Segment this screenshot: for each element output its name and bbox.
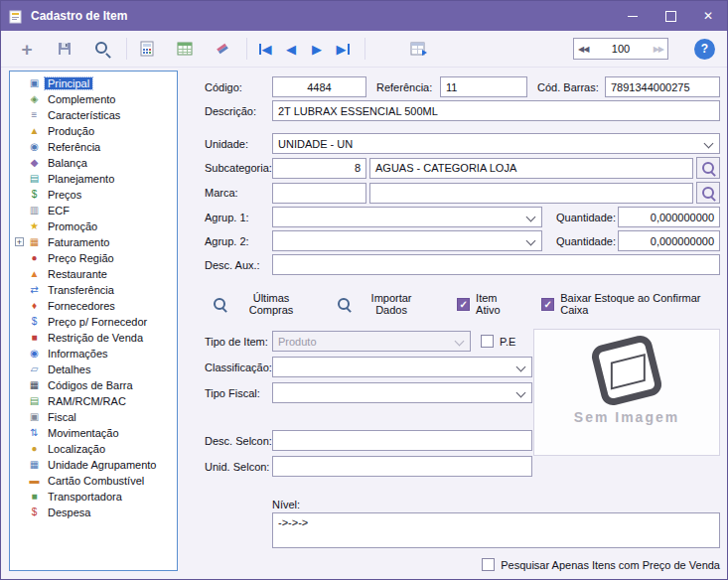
sidebar-item-label: Produção bbox=[45, 125, 97, 137]
sidebar-item-planejamento[interactable]: ▤Planejamento bbox=[13, 171, 177, 187]
ultimas-compras-button[interactable]: Últimas Compras bbox=[211, 290, 313, 318]
marca-lookup-button[interactable] bbox=[696, 182, 720, 204]
classificacao-select[interactable] bbox=[272, 357, 532, 377]
calculator-button[interactable] bbox=[133, 36, 161, 62]
checkbox-checked-icon: ✓ bbox=[541, 298, 554, 311]
pe-checkbox[interactable]: P.E bbox=[481, 335, 515, 348]
toolbar-separator bbox=[364, 38, 365, 60]
sidebar-item-precos[interactable]: $Preços bbox=[13, 187, 177, 203]
record-count-control[interactable]: ◀◀ 100 ▶▶ bbox=[573, 38, 668, 60]
export-button[interactable] bbox=[405, 36, 433, 62]
quantidade1-field[interactable]: 0,000000000 bbox=[618, 207, 720, 227]
chevron-down-icon bbox=[526, 236, 536, 246]
cod-barras-label: Cód. Barras: bbox=[537, 81, 605, 93]
sidebar-item-fiscal[interactable]: ▣Fiscal bbox=[13, 409, 177, 425]
ecf-icon: ▥ bbox=[28, 206, 41, 216]
descricao-field[interactable]: 2T LUBRAX ESSENCIAL 500ML bbox=[272, 100, 720, 121]
importar-dados-button[interactable]: Importar Dados bbox=[335, 290, 429, 318]
sidebar-item-movimentacao[interactable]: ⇅Movimentação bbox=[13, 425, 177, 441]
sidebar-item-caracteristicas[interactable]: ≡Características bbox=[13, 107, 177, 123]
baixar-estoque-checkbox[interactable]: ✓Baixar Estoque ao Confirmar Caixa bbox=[541, 292, 720, 316]
planejamento-icon: ▤ bbox=[28, 174, 41, 184]
grid-button[interactable] bbox=[171, 36, 199, 62]
agrup2-select[interactable] bbox=[272, 230, 542, 251]
sidebar-item-despesa[interactable]: $Despesa bbox=[13, 505, 177, 520]
classificacao-label: Classificação: bbox=[205, 362, 272, 373]
chevron-down-icon bbox=[526, 213, 536, 222]
count-left-arrows-icon[interactable]: ◀◀ bbox=[574, 45, 592, 54]
quantidade2-field[interactable]: 0,000000000 bbox=[618, 230, 720, 251]
codigo-field[interactable]: 4484 bbox=[272, 76, 366, 97]
codigos-barra-icon: ▦ bbox=[28, 380, 41, 390]
nivel-box[interactable]: ->->-> bbox=[272, 512, 720, 548]
sidebar-item-principal[interactable]: ▣Principal bbox=[13, 75, 177, 91]
close-button[interactable]: ✕ bbox=[689, 1, 727, 31]
marca-code-field[interactable] bbox=[272, 183, 366, 204]
sidebar-item-fornecedores[interactable]: ♦Fornecedores bbox=[13, 298, 177, 314]
sidebar-item-cartao-combustivel[interactable]: ▬Cartão Combustível bbox=[13, 473, 177, 489]
tipo-item-select: Produto bbox=[272, 331, 471, 352]
marca-desc-field[interactable] bbox=[369, 183, 693, 204]
subcategoria-lookup-button[interactable] bbox=[696, 157, 720, 179]
unid-selcon-field[interactable] bbox=[272, 456, 532, 477]
cod-barras-field[interactable]: 7891344000275 bbox=[605, 76, 720, 97]
add-button[interactable]: + bbox=[13, 36, 41, 62]
sidebar-item-label: Faturamento bbox=[45, 236, 112, 248]
subcategoria-code-field[interactable]: 8 bbox=[272, 158, 366, 179]
record-count-value[interactable]: 100 bbox=[592, 43, 649, 55]
subcategoria-desc-field[interactable]: AGUAS - CATEGORIA LOJA bbox=[369, 158, 693, 179]
producao-icon: ▲ bbox=[28, 126, 41, 136]
desc-selcon-field[interactable] bbox=[272, 430, 532, 451]
close-icon: ✕ bbox=[703, 9, 713, 23]
checkbox-checked-icon: ✓ bbox=[457, 298, 470, 311]
next-record-button[interactable]: ▶ bbox=[305, 36, 329, 62]
chevron-down-icon bbox=[516, 388, 526, 398]
calculator-icon bbox=[139, 41, 155, 57]
tipo-fiscal-select[interactable] bbox=[272, 382, 532, 403]
clear-button[interactable] bbox=[209, 36, 236, 62]
sidebar-item-codigos-de-barra[interactable]: ▦Códigos de Barra bbox=[13, 377, 177, 393]
sidebar-item-producao[interactable]: ▲Produção bbox=[13, 123, 177, 139]
minimize-icon bbox=[628, 16, 638, 17]
sidebar-item-faturamento[interactable]: +▦Faturamento bbox=[13, 234, 177, 250]
maximize-button[interactable] bbox=[652, 1, 689, 31]
sidebar-item-transportadora[interactable]: ■Transportadora bbox=[13, 489, 177, 505]
pesquisar-preco-venda-checkbox[interactable]: Pesquisar Apenas Itens com Preço de Vend… bbox=[482, 558, 720, 571]
transferencia-icon: ⇄ bbox=[28, 285, 41, 295]
unidade-select[interactable]: UNIDADE - UN bbox=[272, 133, 720, 154]
sidebar-item-label: Informações bbox=[45, 348, 111, 360]
referencia-field[interactable]: 11 bbox=[440, 76, 527, 97]
item-image-placeholder[interactable]: Sem Imagem bbox=[533, 329, 720, 456]
prev-record-button[interactable]: ◀ bbox=[279, 36, 303, 62]
help-button[interactable]: ? bbox=[694, 39, 715, 60]
sidebar-item-preco-p-fornecedor[interactable]: $Preço p/ Fornecedor bbox=[13, 314, 177, 330]
sidebar-item-restricao-de-venda[interactable]: ■Restrição de Venda bbox=[13, 330, 177, 346]
save-button[interactable] bbox=[51, 36, 78, 62]
expand-icon[interactable]: + bbox=[15, 237, 24, 246]
sidebar-item-ecf[interactable]: ▥ECF bbox=[13, 203, 177, 218]
sidebar-item-unidade-agrupamento[interactable]: ▦Unidade Agrupamento bbox=[13, 457, 177, 473]
sidebar-item-transferencia[interactable]: ⇄Transferência bbox=[13, 282, 177, 298]
agrup1-select[interactable] bbox=[272, 207, 542, 227]
sidebar-item-referencia[interactable]: ◉Referência bbox=[13, 139, 177, 155]
restricao-venda-icon: ■ bbox=[28, 333, 41, 343]
sidebar-item-restaurante[interactable]: ▲Restaurante bbox=[13, 266, 177, 282]
sidebar-item-detalhes[interactable]: ▱Detalhes bbox=[13, 362, 177, 377]
sidebar-item-ram-rcm-rac[interactable]: ▤RAM/RCM/RAC bbox=[13, 393, 177, 409]
minimize-button[interactable] bbox=[614, 1, 652, 31]
search-button[interactable] bbox=[88, 36, 116, 62]
sidebar-item-complemento[interactable]: ◈Complemento bbox=[13, 91, 177, 107]
sidebar-item-promocao[interactable]: ★Promoção bbox=[13, 218, 177, 234]
desc-aux-field[interactable] bbox=[272, 254, 720, 275]
first-record-button[interactable]: ◀ bbox=[253, 36, 277, 62]
count-right-arrows-icon[interactable]: ▶▶ bbox=[650, 45, 667, 54]
sidebar-item-localizacao[interactable]: ●Localização bbox=[13, 441, 177, 457]
sidebar-item-label: Preço Região bbox=[45, 252, 117, 264]
sidebar-item-informacoes[interactable]: ◉Informações bbox=[13, 346, 177, 362]
sidebar-item-balanca[interactable]: ◆Balança bbox=[13, 155, 177, 171]
sidebar-item-label: Balança bbox=[45, 157, 90, 169]
fiscal-icon: ▣ bbox=[28, 412, 41, 422]
last-record-button[interactable]: ▶ bbox=[331, 36, 355, 62]
sidebar-item-preco-regiao[interactable]: ●Preço Região bbox=[13, 250, 177, 266]
item-ativo-checkbox[interactable]: ✓Item Ativo bbox=[457, 292, 519, 316]
